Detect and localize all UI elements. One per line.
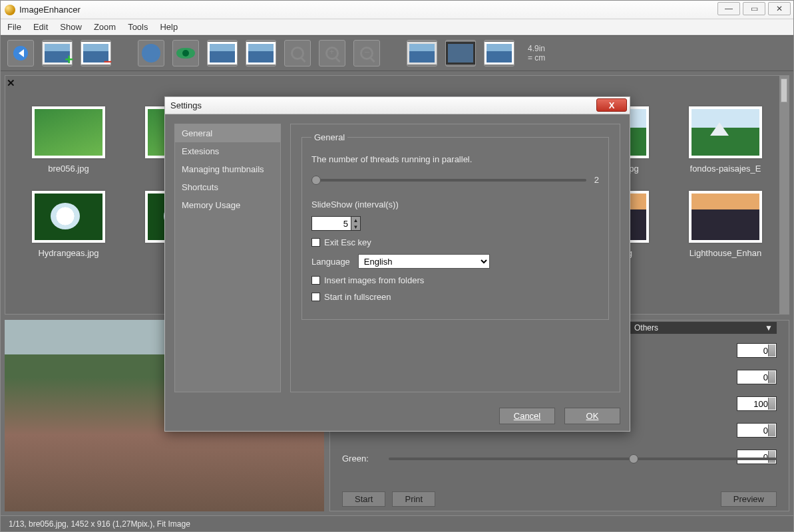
sidebar-item-general[interactable]: General [175, 124, 280, 142]
thumb-item[interactable]: Hydrangeas.jpg [32, 191, 105, 258]
thumb-item[interactable]: bre056.jpg [32, 106, 105, 174]
dialog-close-button[interactable]: X [596, 98, 627, 112]
menu-tools[interactable]: Tools [128, 22, 148, 32]
zoom-in-button[interactable] [319, 40, 345, 66]
maximize-button[interactable]: ▭ [743, 2, 765, 15]
thumb-label: fondos-paisajes_E [690, 164, 761, 174]
threads-value: 2 [594, 175, 599, 185]
status-text: 1/13, bre056.jpg, 1452 x 916 (1,27Mpix.)… [9, 519, 190, 529]
thumbs-scrollbar[interactable] [779, 76, 789, 314]
threads-description: The number of threads running in paralle… [311, 149, 599, 175]
value-box-4[interactable]: 0 [737, 423, 777, 438]
thumb-image [32, 191, 105, 243]
close-panel-button[interactable]: ✕ [7, 77, 17, 88]
next-image-button[interactable] [246, 40, 276, 66]
menubar: File Edit Show Zoom Tools Help [1, 19, 793, 35]
start-button[interactable]: Start [342, 491, 385, 507]
step-down-icon[interactable]: ▼ [351, 223, 360, 230]
value-box-1[interactable]: 0 [737, 343, 777, 358]
titlebar: ImageEnhancer — ▭ ✕ [1, 1, 793, 19]
zoom-in-icon [325, 47, 339, 60]
green-label: Green: [342, 454, 379, 464]
thumb-label: Lighthouse_Enhan [690, 248, 761, 258]
zoom-fit-button[interactable] [284, 40, 311, 66]
app-title: ImageEnhancer [19, 5, 81, 15]
language-label: Language [311, 257, 350, 267]
view-mode-1-button[interactable] [407, 40, 437, 66]
ok-button[interactable]: OK [564, 408, 620, 424]
sidebar-item-shortcuts[interactable]: Shortcuts [175, 178, 280, 196]
dimensions-readout: 4.9in = cm [528, 44, 545, 63]
fieldset-legend: General [311, 132, 347, 142]
menu-zoom[interactable]: Zoom [94, 22, 116, 32]
slideshow-interval-input[interactable] [311, 216, 351, 231]
step-up-icon[interactable]: ▲ [351, 217, 360, 223]
thumb-item[interactable]: fondos-paisajes_E [689, 106, 762, 174]
add-image-button[interactable] [42, 40, 73, 66]
threads-slider[interactable] [311, 179, 586, 182]
app-icon [5, 5, 15, 15]
prev-image-button[interactable] [207, 40, 238, 66]
checkbox-icon [311, 293, 320, 301]
thumb-item[interactable]: Lighthouse_Enhan [689, 191, 762, 258]
chevron-down-icon: ▼ [765, 323, 773, 332]
value-box-2[interactable]: 0 [737, 370, 777, 384]
zoom-out-button[interactable] [353, 40, 380, 66]
settings-sidebar: General Extesions Managing thumbnails Sh… [174, 124, 281, 392]
menu-edit[interactable]: Edit [33, 22, 48, 32]
settings-pane-general: General The number of threads running in… [290, 124, 620, 392]
gear-icon [144, 46, 158, 61]
menu-help[interactable]: Help [160, 22, 178, 32]
settings-button[interactable] [138, 40, 164, 66]
tab-others[interactable]: Others ▼ [630, 322, 777, 334]
dialog-titlebar: Settings X [165, 97, 630, 114]
language-select[interactable]: English [358, 254, 490, 269]
thumb-image [689, 191, 762, 243]
cancel-button[interactable]: Cancel [499, 408, 555, 424]
sidebar-item-extensions[interactable]: Extesions [175, 142, 280, 160]
status-bar: 1/13, bre056.jpg, 1452 x 916 (1,27Mpix.)… [1, 515, 793, 531]
back-button[interactable] [7, 40, 34, 66]
sidebar-item-memory[interactable]: Memory Usage [175, 196, 280, 214]
menu-file[interactable]: File [7, 22, 21, 32]
checkbox-icon [311, 276, 320, 285]
thumb-label: bre056.jpg [48, 164, 89, 174]
sidebar-item-thumbs[interactable]: Managing thumbnails [175, 160, 280, 178]
exit-esc-checkbox[interactable]: Exit Esc key [311, 237, 599, 247]
green-slider[interactable] [389, 458, 777, 460]
insert-images-checkbox[interactable]: Insert images from folders [311, 275, 599, 285]
preview-button[interactable]: Preview [721, 491, 777, 507]
zoom-out-icon [360, 47, 373, 60]
slideshow-interval-stepper[interactable]: ▲▼ [311, 216, 361, 231]
zoom-icon [291, 47, 304, 60]
eye-icon [176, 48, 195, 59]
menu-show[interactable]: Show [60, 22, 82, 32]
print-button[interactable]: Print [392, 491, 435, 507]
slideshow-button[interactable] [172, 40, 199, 66]
checkbox-icon [311, 238, 320, 247]
app-window: ImageEnhancer — ▭ ✕ File Edit Show Zoom … [0, 0, 794, 532]
close-window-button[interactable]: ✕ [768, 2, 791, 15]
slideshow-label: SlideShow (interval(s)) [311, 200, 599, 209]
thumb-image [689, 106, 762, 158]
value-box-3[interactable]: 100 [737, 396, 777, 411]
thumb-image [32, 106, 105, 158]
settings-dialog: Settings X General Extesions Managing th… [164, 96, 630, 432]
minimize-button[interactable]: — [717, 2, 740, 15]
toolbar: 4.9in = cm [1, 35, 793, 71]
dialog-title: Settings [170, 100, 202, 110]
remove-image-button[interactable] [81, 40, 111, 66]
view-mode-2-button[interactable] [445, 40, 476, 66]
back-icon [13, 46, 28, 61]
thumb-label: Hydrangeas.jpg [38, 248, 99, 258]
start-fullscreen-checkbox[interactable]: Start in fullscreen [311, 292, 599, 302]
view-mode-3-button[interactable] [484, 40, 514, 66]
